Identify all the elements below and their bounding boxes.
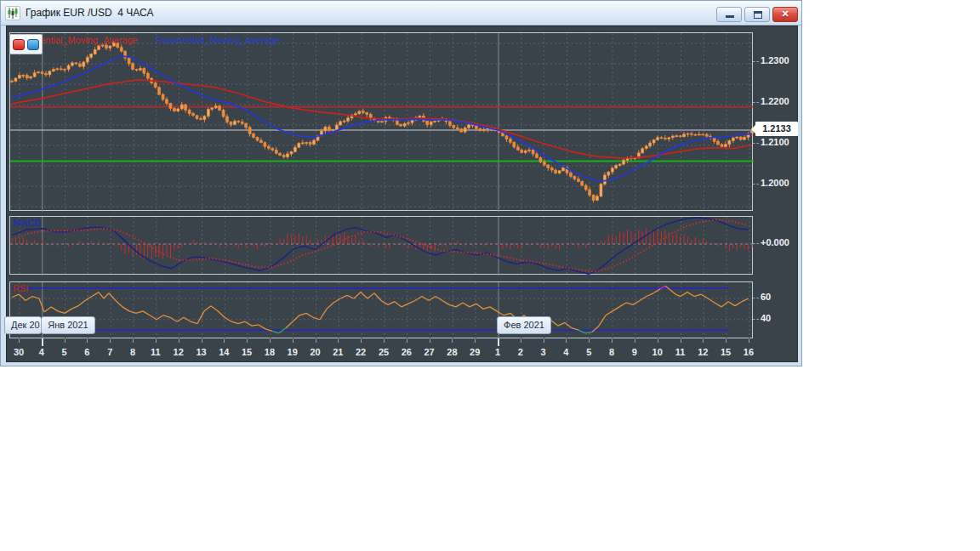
x-axis-tick (703, 339, 704, 343)
month-box-feb: Фев 2021 (497, 316, 551, 334)
x-axis-label: 27 (424, 347, 434, 357)
titlebar[interactable]: График EUR /USD 4 ЧАСА ✕ (1, 1, 801, 26)
current-price-tag: 1.2133 (755, 122, 798, 136)
x-axis-tick (384, 339, 385, 343)
x-axis-label: 11 (151, 347, 161, 357)
x-axis-tick (475, 339, 476, 343)
x-axis-tick (87, 339, 88, 343)
x-axis-label: 22 (356, 347, 366, 357)
x-axis-label: 20 (310, 347, 320, 357)
x-axis-label: 8 (130, 347, 135, 357)
close-icon: ✕ (773, 9, 797, 20)
x-axis-tick (544, 339, 544, 343)
x-axis-tick (156, 339, 157, 343)
candlestick-chart-icon (5, 6, 20, 20)
x-axis-label: 14 (219, 347, 229, 357)
x-axis-label: 4 (39, 347, 44, 357)
x-axis-label: 1 (495, 347, 500, 357)
macd-label: MACD (13, 218, 41, 228)
month-box-dec: Дек 20 (4, 316, 42, 334)
x-axis-tick (42, 338, 43, 346)
window-controls: ✕ (716, 7, 798, 22)
x-axis-label: 26 (402, 347, 412, 357)
x-axis-tick (65, 339, 66, 343)
macd-panel[interactable]: MACD (9, 216, 753, 275)
price-chart-panel[interactable] (9, 32, 753, 211)
x-axis-label: 12 (698, 347, 708, 357)
macd-chart (10, 217, 754, 276)
x-axis-label: 11 (675, 347, 686, 357)
x-axis-label: 3 (541, 347, 546, 357)
x-axis-tick (19, 339, 20, 343)
price-axis-label: 1.2000 (761, 178, 789, 188)
close-button[interactable]: ✕ (772, 7, 798, 22)
minimize-button[interactable] (716, 7, 742, 22)
rsi-axis-label: 40 (761, 313, 771, 323)
x-axis-label: 6 (84, 347, 89, 357)
x-axis-tick (612, 339, 612, 343)
minimize-icon (726, 15, 734, 18)
rsi-chart (10, 282, 754, 339)
price-axis-label: 1.2300 (761, 55, 789, 65)
rsi-tick (753, 319, 759, 320)
x-axis-tick (179, 339, 179, 343)
x-axis-label: 18 (265, 347, 275, 357)
x-axis-label: 7 (107, 347, 112, 357)
macd-tick (753, 243, 759, 244)
rsi-axis-label: 60 (761, 292, 771, 302)
price-axis-label: 1.2200 (761, 96, 789, 106)
x-axis-label: 12 (174, 347, 184, 357)
x-axis-label: 10 (652, 347, 663, 357)
indicator-buttons-panel (9, 34, 43, 54)
x-axis-label: 15 (721, 347, 731, 357)
x-axis-label: 13 (196, 347, 206, 357)
price-tick (753, 184, 759, 185)
x-axis-label: 15 (242, 347, 252, 357)
x-axis-label: 2 (518, 347, 523, 357)
x-axis-tick (407, 339, 407, 343)
x-axis-tick (247, 339, 248, 343)
chart-window: График EUR /USD 4 ЧАСА ✕ MACD RSI Expone… (0, 0, 802, 366)
price-axis-label: 1.2100 (761, 137, 789, 147)
maximize-button[interactable] (744, 7, 770, 22)
x-axis-label: 30 (14, 347, 24, 357)
x-axis-tick (224, 339, 225, 343)
month-box-jan: Янв 2021 (41, 316, 95, 334)
price-tick (753, 102, 759, 103)
price-tick (753, 61, 759, 62)
x-axis-label: 16 (744, 347, 754, 357)
ema-blue-toggle-button[interactable] (27, 39, 39, 50)
rsi-tick (753, 298, 759, 298)
x-axis-label: 8 (609, 347, 614, 357)
x-axis-tick (361, 339, 362, 343)
x-axis-label: 4 (563, 347, 568, 357)
rsi-label: RSI (13, 283, 28, 293)
x-axis-label: 28 (447, 347, 457, 357)
chart-stage: MACD RSI Exponential_Moving_Average Expo… (1, 1, 803, 367)
x-axis-tick (338, 339, 339, 343)
x-axis-tick (110, 339, 111, 343)
price-tick (753, 143, 759, 144)
x-axis-tick (658, 339, 658, 343)
x-axis-tick (452, 339, 453, 343)
x-axis-tick (589, 339, 590, 343)
x-axis-tick (293, 339, 293, 343)
ema-red-toggle-button[interactable] (13, 39, 25, 50)
x-axis-tick (749, 339, 749, 343)
macd-axis-label: +0.000 (761, 237, 789, 247)
candlestick-chart (10, 33, 754, 212)
x-axis-tick (498, 338, 499, 346)
x-axis-label: 5 (586, 347, 591, 357)
x-axis-label: 19 (288, 347, 298, 357)
x-axis-tick (316, 339, 316, 343)
x-axis-label: 5 (62, 347, 67, 357)
x-axis-tick (430, 339, 430, 343)
x-axis-tick (133, 339, 134, 343)
rsi-panel[interactable]: RSI (9, 281, 753, 338)
x-axis-label: 21 (333, 347, 343, 357)
x-axis-tick (270, 339, 271, 343)
legend: Exponential_Moving_Average Exponential_M… (14, 35, 280, 45)
x-axis-tick (521, 339, 521, 343)
x-axis-tick (681, 339, 681, 343)
x-axis-tick (202, 339, 202, 343)
